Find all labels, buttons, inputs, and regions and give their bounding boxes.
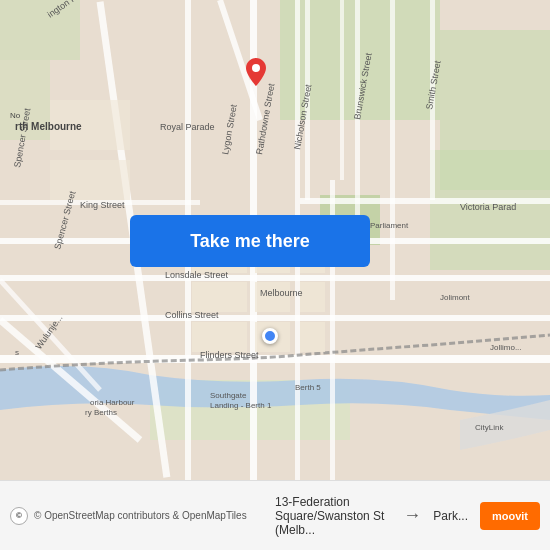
svg-rect-37 [50, 160, 130, 200]
svg-text:Parliament: Parliament [370, 221, 409, 230]
origin-pin [262, 328, 278, 344]
svg-text:Royal Parade: Royal Parade [160, 122, 215, 132]
svg-text:Collins Street: Collins Street [165, 310, 219, 320]
station-info: 13-Federation Square/Swanston St (Melb..… [275, 495, 391, 537]
svg-text:Berth 5: Berth 5 [295, 383, 321, 392]
destination-pin [246, 58, 266, 84]
svg-rect-34 [300, 282, 325, 312]
bottom-bar: © © OpenStreetMap contributors & OpenMap… [0, 480, 550, 550]
svg-rect-19 [390, 0, 395, 300]
destination-info: Park... [433, 509, 468, 523]
svg-text:Flinders Street: Flinders Street [200, 350, 259, 360]
svg-point-67 [252, 64, 260, 72]
svg-text:Landing - Berth 1: Landing - Berth 1 [210, 401, 272, 410]
moovit-logo: moovit [480, 502, 540, 530]
svg-text:Jollimo...: Jollimo... [490, 343, 522, 352]
osm-logo: © [10, 507, 28, 525]
svg-text:No: No [10, 111, 21, 120]
svg-text:s: s [15, 348, 19, 357]
svg-text:Lonsdale Street: Lonsdale Street [165, 270, 229, 280]
svg-rect-3 [0, 0, 80, 60]
svg-text:Victoria Parad: Victoria Parad [460, 202, 516, 212]
destination-name: Park... [433, 509, 468, 523]
map-container: Lygon Street Rathdowne Street Nicholson … [0, 0, 550, 480]
svg-rect-9 [0, 315, 550, 321]
svg-rect-35 [300, 322, 325, 352]
svg-text:rth Melbourne: rth Melbourne [15, 121, 82, 132]
bottom-left-section: © © OpenStreetMap contributors & OpenMap… [10, 507, 275, 525]
station-name: 13-Federation Square/Swanston St (Melb..… [275, 495, 391, 537]
svg-text:CityLink: CityLink [475, 423, 504, 432]
svg-text:Melbourne: Melbourne [260, 288, 303, 298]
svg-text:oria Harbour: oria Harbour [90, 398, 135, 407]
svg-rect-29 [192, 282, 247, 312]
osm-icon: © [16, 511, 22, 520]
take-me-there-button[interactable]: Take me there [130, 215, 370, 267]
attribution-text: © OpenStreetMap contributors & OpenMapTi… [34, 510, 247, 521]
svg-text:Southgate: Southgate [210, 391, 247, 400]
svg-rect-10 [0, 275, 550, 281]
svg-text:ry Berths: ry Berths [85, 408, 117, 417]
svg-rect-23 [340, 0, 344, 180]
arrow-icon: → [395, 505, 429, 526]
svg-text:King Street: King Street [80, 200, 125, 210]
svg-rect-31 [192, 322, 247, 352]
moovit-label: moovit [492, 510, 528, 522]
svg-text:Jolimont: Jolimont [440, 293, 471, 302]
